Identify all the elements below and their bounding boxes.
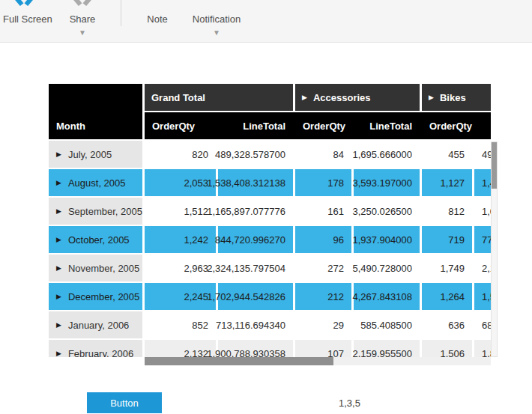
data-cell-clipped[interactable]: 1,54 bbox=[474, 283, 491, 310]
data-cell-clipped[interactable]: 68 bbox=[474, 311, 491, 338]
expand-icon[interactable]: ▶ bbox=[56, 321, 61, 329]
data-cell[interactable]: 1,937.904000 bbox=[354, 226, 420, 253]
data-cell-clipped[interactable]: 49 bbox=[474, 141, 491, 168]
table-row[interactable]: ▶December, 2005 2,245 1,702,944.542826 2… bbox=[49, 283, 491, 310]
table-row[interactable]: ▶November, 2005 2,963 2,324,135.797504 2… bbox=[49, 255, 491, 281]
expand-icon[interactable]: ▶ bbox=[429, 94, 434, 101]
data-cell[interactable]: 107 bbox=[295, 340, 351, 357]
row-label-cell[interactable]: ▶July, 2005 bbox=[49, 141, 142, 168]
expand-icon[interactable]: ▶ bbox=[56, 264, 61, 272]
data-cell[interactable]: 1,127 bbox=[422, 169, 472, 196]
horizontal-scrollbar-thumb[interactable] bbox=[145, 357, 333, 365]
expand-icon[interactable]: ▶ bbox=[56, 350, 61, 357]
data-cell[interactable]: 852 bbox=[145, 311, 216, 338]
expand-icon[interactable]: ▶ bbox=[56, 293, 61, 300]
data-cell[interactable]: 96 bbox=[295, 226, 351, 253]
table-row[interactable]: ▶August, 2005 2,053 1,538,408.312138 178… bbox=[49, 169, 491, 196]
data-cell[interactable]: 2,053 bbox=[145, 169, 216, 196]
data-cell[interactable]: 820 bbox=[145, 141, 216, 168]
data-cell[interactable]: 1,695.666000 bbox=[354, 141, 420, 168]
column-header-linetotal[interactable]: LineTotal bbox=[354, 112, 420, 139]
notification-button[interactable]: Notification ▼ bbox=[189, 0, 244, 25]
column-header-clipped bbox=[474, 112, 491, 139]
group-header-accessories[interactable]: ▶ Accessories bbox=[295, 84, 420, 111]
data-cell[interactable]: 844,720.996270 bbox=[218, 226, 293, 253]
month-label: September, 2005 bbox=[68, 206, 142, 217]
data-cell-clipped[interactable]: 77 bbox=[474, 226, 491, 253]
data-cell[interactable]: 178 bbox=[295, 169, 351, 196]
chevron-down-icon[interactable]: ▼ bbox=[79, 29, 86, 37]
row-label-cell[interactable]: ▶September, 2005 bbox=[49, 198, 142, 225]
data-cell[interactable]: 2,245 bbox=[145, 283, 216, 310]
expand-icon[interactable]: ▶ bbox=[56, 179, 61, 186]
data-cell[interactable]: 2,324,135.797504 bbox=[218, 255, 293, 281]
column-header-row: OrderQty LineTotal OrderQty LineTotal Or… bbox=[145, 112, 491, 139]
column-header-orderqty[interactable]: OrderQty bbox=[145, 112, 216, 139]
data-cell[interactable]: 489,328.578700 bbox=[218, 141, 293, 168]
row-label-cell[interactable]: ▶November, 2005 bbox=[49, 255, 142, 281]
data-cell[interactable]: 3,593.197000 bbox=[354, 169, 420, 196]
month-label: December, 2005 bbox=[68, 291, 139, 302]
data-cell[interactable]: 1,749 bbox=[422, 255, 472, 281]
data-cell[interactable]: 1,702,944.542826 bbox=[218, 283, 293, 310]
column-header-linetotal[interactable]: LineTotal bbox=[218, 112, 293, 139]
fullscreen-button[interactable]: Full Screen bbox=[3, 0, 45, 25]
data-cell[interactable]: 1,264 bbox=[422, 283, 472, 310]
data-cell[interactable]: 812 bbox=[422, 198, 472, 225]
data-cell[interactable]: 212 bbox=[295, 283, 351, 310]
data-cell-clipped[interactable]: 1,43 bbox=[474, 169, 491, 196]
share-button[interactable]: Share ▼ bbox=[61, 0, 103, 25]
table-row[interactable]: ▶July, 2005 820 489,328.578700 84 1,695.… bbox=[49, 141, 491, 168]
data-cell[interactable]: 84 bbox=[295, 141, 351, 168]
table-row[interactable]: ▶October, 2005 1,242 844,720.996270 96 1… bbox=[49, 226, 491, 253]
data-cell[interactable]: 4,267.843108 bbox=[354, 283, 420, 310]
data-cell[interactable]: 272 bbox=[295, 255, 351, 281]
data-cell[interactable]: 2,159.955500 bbox=[354, 340, 420, 357]
footer-button[interactable]: Button bbox=[87, 392, 162, 413]
data-cell[interactable]: 719 bbox=[422, 226, 472, 253]
data-cell[interactable]: 1,900,788.930358 bbox=[218, 340, 293, 357]
data-cell[interactable]: 161 bbox=[295, 198, 351, 225]
data-cell[interactable]: 455 bbox=[422, 141, 472, 168]
column-header-orderqty[interactable]: OrderQty bbox=[295, 112, 351, 139]
month-label: October, 2005 bbox=[68, 234, 130, 246]
group-header-grand-total[interactable]: Grand Total bbox=[145, 84, 293, 111]
data-cell[interactable]: 1,538,408.312138 bbox=[218, 169, 293, 196]
table-row[interactable]: ▶September, 2005 1,512 1,165,897.077776 … bbox=[49, 198, 491, 225]
data-cell[interactable]: 1,506 bbox=[422, 340, 472, 357]
row-label-cell[interactable]: ▶August, 2005 bbox=[49, 169, 142, 196]
table-row[interactable]: ▶February, 2006 2,132 1,900,788.930358 1… bbox=[49, 340, 491, 357]
chevron-down-icon[interactable]: ▼ bbox=[213, 29, 220, 37]
data-cell[interactable]: 1,165,897.077776 bbox=[218, 198, 293, 225]
expand-icon[interactable]: ▶ bbox=[56, 150, 61, 158]
data-cell-clipped[interactable]: 1,05 bbox=[474, 198, 491, 225]
expand-icon[interactable]: ▶ bbox=[302, 94, 307, 101]
data-cell[interactable]: 2,963 bbox=[145, 255, 216, 281]
table-row[interactable]: ▶January, 2006 852 713,116.694340 29 585… bbox=[49, 311, 491, 338]
data-cell[interactable]: 1,242 bbox=[145, 226, 216, 253]
data-cell[interactable]: 636 bbox=[422, 311, 472, 338]
data-cell[interactable]: 5,490.728000 bbox=[354, 255, 420, 281]
corner-label: Month bbox=[56, 121, 85, 132]
data-cell[interactable]: 1,512 bbox=[145, 198, 216, 225]
group-header-bikes[interactable]: ▶ Bikes bbox=[422, 84, 491, 111]
data-cell[interactable]: 585.408500 bbox=[354, 311, 420, 338]
horizontal-scrollbar[interactable] bbox=[145, 357, 491, 365]
vertical-scrollbar-thumb[interactable] bbox=[492, 142, 497, 189]
column-header-orderqty[interactable]: OrderQty bbox=[422, 112, 472, 139]
month-label: November, 2005 bbox=[68, 263, 139, 274]
data-cell-clipped[interactable]: 2,15 bbox=[474, 255, 491, 281]
data-cell[interactable]: 713,116.694340 bbox=[218, 311, 293, 338]
expand-icon[interactable]: ▶ bbox=[56, 236, 61, 243]
note-button[interactable]: Note bbox=[136, 0, 178, 25]
row-label-cell[interactable]: ▶October, 2005 bbox=[49, 226, 142, 253]
data-cell[interactable]: 2,132 bbox=[145, 340, 216, 357]
data-cell[interactable]: 29 bbox=[295, 311, 351, 338]
expand-icon[interactable]: ▶ bbox=[56, 207, 61, 215]
row-label-cell[interactable]: ▶January, 2006 bbox=[49, 311, 142, 338]
row-label-cell[interactable]: ▶December, 2005 bbox=[49, 283, 142, 310]
data-cell-clipped[interactable]: 1,83 bbox=[474, 340, 491, 357]
data-cell[interactable]: 3,250.026500 bbox=[354, 198, 420, 225]
row-label-cell[interactable]: ▶February, 2006 bbox=[49, 340, 142, 357]
vertical-scrollbar[interactable] bbox=[491, 141, 498, 357]
